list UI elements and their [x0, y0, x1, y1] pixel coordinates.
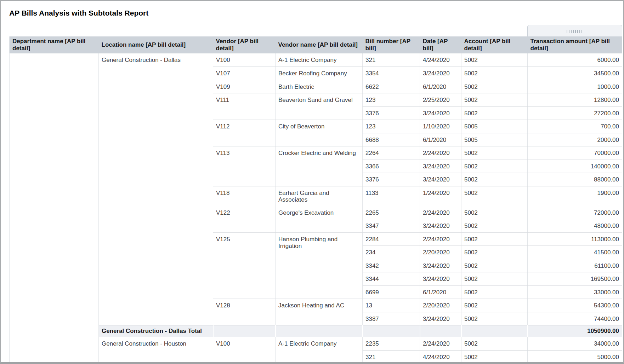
date-cell: 1/10/2020: [420, 120, 461, 133]
column-header-location[interactable]: Location name [AP bill detail]: [99, 36, 213, 53]
location-cell: General Construction - Dallas: [99, 53, 213, 325]
account-cell: 5002: [461, 285, 528, 299]
vendor-name-cell: Beaverton Sand and Gravel: [276, 93, 363, 120]
date-cell: 3/24/2020: [420, 272, 461, 286]
amount-cell: 1000.00: [528, 80, 622, 93]
date-cell: 2/24/2020: [420, 337, 461, 351]
amount-cell: 6000.00: [528, 53, 622, 67]
vendor-name-cell: A-1 Electric Company: [276, 337, 363, 364]
date-cell: 3/24/2020: [420, 219, 461, 233]
column-header-amount[interactable]: Transaction amount [AP bill detail]: [528, 36, 622, 53]
subtotal-empty-cell: [276, 325, 363, 337]
column-header-account[interactable]: Account [AP bill detail]: [461, 36, 528, 53]
column-header-department[interactable]: Department name [AP bill detail]: [10, 36, 99, 53]
vendor-cell: V113: [213, 146, 276, 186]
account-cell: 5002: [461, 160, 528, 173]
account-cell: 5002: [461, 272, 528, 286]
date-cell: 3/24/2020: [420, 173, 461, 186]
bill-number-cell: 6699: [363, 285, 420, 299]
report-page: AP Bills Analysis with Subtotals Report …: [0, 0, 624, 364]
bill-number-cell: 3344: [363, 272, 420, 286]
bill-number-cell: 3376: [363, 106, 420, 120]
account-cell: 5002: [461, 350, 528, 364]
date-cell: 4/24/2020: [420, 53, 461, 67]
vendor-name-cell: Becker Roofing Company: [276, 67, 363, 80]
bill-number-cell: 2265: [363, 206, 420, 219]
amount-cell: 140000.00: [528, 160, 622, 173]
amount-cell: 41500.00: [528, 246, 622, 259]
date-cell: 3/24/2020: [420, 160, 461, 173]
report-table-container: Department name [AP bill detail]Location…: [9, 36, 622, 364]
bill-number-cell: 6622: [363, 80, 420, 93]
account-cell: 5005: [461, 120, 528, 133]
table-body: General Construction - DallasV100A-1 Ele…: [10, 53, 622, 364]
date-cell: 3/24/2020: [420, 259, 461, 272]
amount-cell: 34000.00: [528, 337, 622, 351]
header-row: Department name [AP bill detail]Location…: [10, 36, 622, 53]
bill-number-cell: 3347: [363, 219, 420, 233]
subtotal-label-cell: General Construction - Dallas Total: [99, 325, 213, 337]
bill-row: General Construction - HoustonV100A-1 El…: [10, 337, 622, 351]
department-cell: [10, 53, 99, 364]
column-header-date[interactable]: Date [AP bill]: [420, 36, 461, 53]
bill-number-cell: 3342: [363, 259, 420, 272]
vendor-cell: V111: [213, 93, 276, 120]
amount-cell: 72000.00: [528, 206, 622, 219]
vendor-name-cell: Hanson Plumbing and Irrigation: [276, 232, 363, 299]
account-cell: 5002: [461, 299, 528, 312]
account-cell: 5002: [461, 53, 528, 67]
vendor-cell: V118: [213, 186, 276, 206]
account-cell: 5002: [461, 337, 528, 351]
amount-cell: 169500.00: [528, 272, 622, 286]
date-cell: 6/1/2020: [420, 133, 461, 146]
bill-number-cell: 123: [363, 120, 420, 133]
column-header-vendor[interactable]: Vendor [AP bill detail]: [213, 36, 276, 53]
account-cell: 5002: [461, 232, 528, 246]
bill-row: General Construction - DallasV100A-1 Ele…: [10, 53, 622, 67]
grip-dots-icon: [567, 30, 583, 33]
date-cell: 6/1/2020: [420, 80, 461, 93]
vendor-name-cell: Barth Electric: [276, 80, 363, 93]
amount-cell: 27200.00: [528, 106, 622, 120]
date-cell: 4/24/2020: [420, 350, 461, 364]
account-cell: 5002: [461, 67, 528, 80]
subtotal-empty-cell: [363, 325, 420, 337]
account-cell: 5002: [461, 206, 528, 219]
bill-number-cell: 3387: [363, 312, 420, 325]
report-title: AP Bills Analysis with Subtotals Report: [9, 9, 148, 17]
amount-cell: 12800.00: [528, 93, 622, 107]
bill-number-cell: 2284: [363, 232, 420, 246]
vendor-name-cell: A-1 Electric Company: [276, 53, 363, 67]
vendor-cell: V112: [213, 120, 276, 146]
date-cell: 3/24/2020: [420, 67, 461, 80]
column-header-vendor_name[interactable]: Vendor name [AP bill detail]: [276, 36, 363, 53]
vendor-name-cell: Crocker Electric and Welding: [276, 146, 363, 186]
bill-number-cell: 1133: [363, 186, 420, 206]
account-cell: 5002: [461, 93, 528, 107]
subtotal-empty-cell: [213, 325, 276, 337]
amount-cell: 48000.00: [528, 219, 622, 233]
bill-number-cell: 3376: [363, 173, 420, 186]
amount-cell: 61100.00: [528, 259, 622, 272]
date-cell: 3/24/2020: [420, 312, 461, 325]
amount-cell: 70000.00: [528, 146, 622, 160]
column-header-bill_number[interactable]: Bill number [AP bill]: [363, 36, 420, 53]
date-cell: 1/24/2020: [420, 186, 461, 206]
amount-cell: 33000.00: [528, 285, 622, 299]
date-cell: 6/1/2020: [420, 285, 461, 299]
vendor-cell: V128: [213, 299, 276, 325]
bill-number-cell: 3366: [363, 160, 420, 173]
bill-number-cell: 2235: [363, 337, 420, 351]
date-cell: 3/24/2020: [420, 106, 461, 120]
bill-number-cell: 3354: [363, 67, 420, 80]
bill-number-cell: 321: [363, 53, 420, 67]
account-cell: 5002: [461, 106, 528, 120]
amount-cell: 700.00: [528, 120, 622, 133]
date-cell: 2/20/2020: [420, 246, 461, 259]
vendor-cell: V109: [213, 80, 276, 93]
amount-cell: 88000.00: [528, 173, 622, 186]
vendor-name-cell: Jackson Heating and AC: [276, 299, 363, 325]
date-cell: 2/24/2020: [420, 232, 461, 246]
report-table: Department name [AP bill detail]Location…: [9, 36, 622, 364]
account-cell: 5002: [461, 186, 528, 206]
